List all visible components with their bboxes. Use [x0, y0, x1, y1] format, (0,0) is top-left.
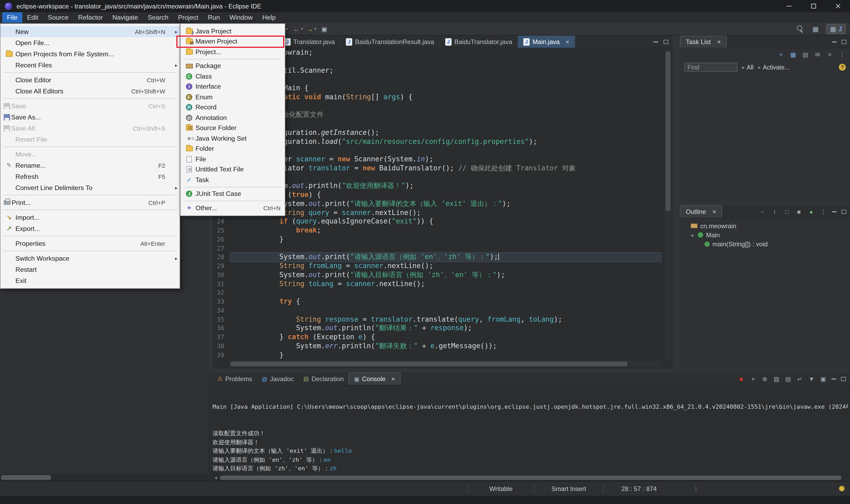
file-menu-item-restart[interactable]: Restart — [1, 264, 179, 275]
file-menu-item-open-projects-from-file-system[interactable]: Open Projects from File System... — [1, 48, 179, 59]
tab-javadoc[interactable]: Javadoc — [257, 373, 298, 385]
hide-non-public-icon[interactable] — [808, 207, 815, 216]
pin-console-icon[interactable] — [808, 374, 815, 383]
new-submenu-item-file[interactable]: File — [180, 154, 285, 164]
maximize-button[interactable] — [801, 0, 826, 12]
open-console-dropdown-icon[interactable] — [820, 374, 827, 383]
console-hscrollbar[interactable] — [212, 474, 845, 481]
new-submenu-item-untitled-text-file[interactable]: Untitled Text File — [180, 164, 285, 175]
file-menu-item-rename[interactable]: Rename...F2 — [1, 160, 179, 171]
editor-tab-baidutranslationresult-java[interactable]: BaiduTranslationResult.java — [341, 36, 440, 48]
forward-icon[interactable] — [307, 24, 316, 34]
editor-vscrollbar[interactable] — [664, 48, 672, 359]
menubar-file[interactable]: File — [2, 12, 22, 23]
tab-task-list[interactable]: Task List — [680, 36, 727, 48]
clear-console-icon[interactable] — [773, 374, 780, 383]
new-submenu-item-maven-project[interactable]: Maven Project — [180, 36, 285, 47]
file-menu-item-close-all-editors[interactable]: Close All EditorsCtrl+Shift+W — [1, 86, 179, 96]
file-menu-item-refresh[interactable]: RefreshF5 — [1, 171, 179, 182]
new-submenu-item-record[interactable]: RRecord — [180, 102, 285, 112]
file-menu-item-recent-files[interactable]: Recent Files — [1, 59, 179, 71]
sort-icon[interactable] — [771, 207, 778, 216]
java-perspective-button[interactable] — [826, 24, 846, 34]
open-perspective-button[interactable] — [809, 24, 822, 34]
file-menu-item-switch-workspace[interactable]: Switch Workspace — [1, 253, 179, 264]
outline-node-main-string-void[interactable]: main(String[]) : void — [681, 239, 849, 248]
new-submenu-item-class[interactable]: CClass — [180, 71, 285, 82]
file-menu-item-save-as[interactable]: Save As... — [1, 111, 179, 123]
new-submenu-item-java-project[interactable]: Java Project — [180, 26, 285, 36]
tab-console[interactable]: Console — [348, 373, 400, 385]
close-tab-icon[interactable] — [391, 375, 395, 383]
new-window-icon[interactable] — [320, 24, 329, 34]
file-menu-item-close-editor[interactable]: Close EditorCtrl+W — [1, 74, 179, 86]
view-menu-icon[interactable] — [838, 50, 846, 59]
horizontal-sash[interactable] — [680, 202, 850, 205]
maximize-view-icon[interactable] — [842, 39, 846, 44]
minimize-button[interactable] — [777, 0, 801, 12]
scrollbar-thumb[interactable] — [230, 361, 627, 366]
scroll-lock-icon[interactable] — [785, 374, 792, 383]
file-menu-item-properties[interactable]: PropertiesAlt+Enter — [1, 238, 179, 249]
cursor-position-status[interactable]: 28 : 57 : 874 — [603, 484, 675, 493]
console-output[interactable]: Main [Java Application] C:\Users\meowr\s… — [212, 385, 848, 474]
vertical-sash[interactable] — [673, 36, 680, 368]
tab-outline[interactable]: Outline — [680, 205, 722, 218]
close-view-icon[interactable] — [717, 38, 721, 46]
editor-hscrollbar[interactable] — [229, 360, 661, 367]
back-icon[interactable] — [294, 24, 303, 34]
help-icon[interactable] — [839, 64, 846, 71]
minimize-view-icon[interactable] — [832, 211, 837, 212]
editor-tab-baidutranslator-java[interactable]: BaiduTranslator.java — [440, 36, 518, 48]
scope-all-dropdown[interactable]: All — [742, 64, 753, 70]
new-submenu-item-java-working-set[interactable]: Java Working Set — [180, 133, 285, 144]
new-submenu-item-interface[interactable]: IInterface — [180, 82, 285, 92]
menubar-refactor[interactable]: Refactor — [73, 12, 108, 23]
notification-icon[interactable] — [839, 486, 845, 491]
minimize-view-icon[interactable] — [831, 378, 836, 379]
editor-tab-main-java[interactable]: Main.java — [518, 36, 575, 48]
categorized-icon[interactable] — [790, 50, 797, 59]
status-overflow-icon[interactable] — [693, 485, 699, 492]
view-menu-icon[interactable] — [820, 207, 827, 216]
hide-completed-icon[interactable] — [826, 50, 834, 59]
activate-dropdown[interactable]: Activate... — [758, 64, 790, 70]
scrollbar-thumb[interactable] — [220, 475, 842, 480]
find-input[interactable]: Find — [684, 62, 738, 72]
menubar-navigate[interactable]: Navigate — [108, 12, 143, 23]
minimize-view-icon[interactable] — [654, 41, 658, 42]
outline-node-main[interactable]: Main — [681, 230, 849, 239]
maximize-view-icon[interactable] — [842, 210, 846, 214]
scroll-left-icon[interactable] — [212, 474, 219, 481]
hide-fields-icon[interactable] — [783, 207, 791, 216]
new-submenu-item-folder[interactable]: Folder — [180, 144, 285, 154]
scheduled-icon[interactable] — [802, 50, 809, 59]
file-menu-item-open-file[interactable]: Open File... — [1, 37, 179, 48]
horizontal-sash[interactable] — [208, 368, 850, 373]
scrollbar-thumb[interactable] — [1, 475, 51, 480]
collapse-all-icon[interactable] — [759, 207, 766, 216]
hide-static-icon[interactable] — [795, 207, 803, 216]
maximize-view-icon[interactable] — [663, 39, 668, 44]
file-menu-item-export[interactable]: Export... — [1, 223, 179, 234]
email-icon[interactable] — [814, 50, 821, 59]
expander-icon[interactable] — [691, 231, 697, 239]
new-submenu-item-junit-test-case[interactable]: JJUnit Test Case — [180, 189, 285, 199]
new-submenu-item-annotation[interactable]: @Annotation — [180, 112, 285, 123]
remove-all-launches-icon[interactable] — [761, 374, 768, 383]
menubar-edit[interactable]: Edit — [22, 12, 43, 23]
new-submenu-item-task[interactable]: Task — [180, 175, 285, 185]
new-submenu-item-other[interactable]: Other...Ctrl+N — [180, 203, 285, 213]
new-submenu-item-source-folder[interactable]: Source Folder — [180, 123, 285, 133]
explorer-hscrollbar[interactable] — [0, 474, 208, 481]
new-task-icon[interactable] — [777, 50, 785, 59]
scrollbar-thumb[interactable] — [666, 52, 671, 211]
menubar-source[interactable]: Source — [43, 12, 73, 23]
menubar-help[interactable]: Help — [257, 12, 280, 23]
new-submenu-item-package[interactable]: Package — [180, 61, 285, 71]
tab-problems[interactable]: Problems — [212, 373, 257, 385]
file-menu-item-import[interactable]: Import... — [1, 212, 179, 223]
remove-launch-icon[interactable] — [750, 374, 757, 383]
close-tab-icon[interactable] — [566, 38, 569, 46]
search-icon[interactable] — [796, 24, 805, 34]
